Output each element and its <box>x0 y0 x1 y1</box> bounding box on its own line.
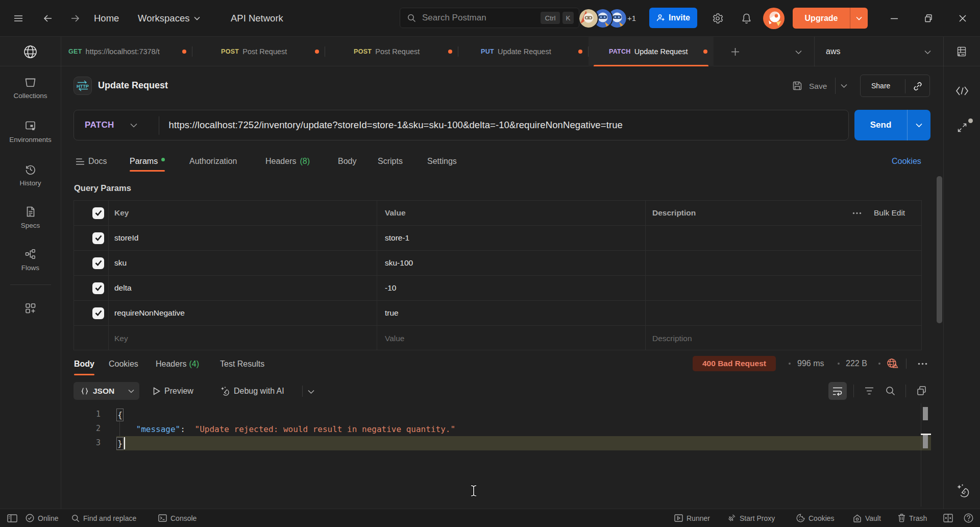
param-row-delta[interactable]: delta -10 <box>74 276 921 301</box>
avatar[interactable] <box>578 8 599 29</box>
cookies-link[interactable]: Cookies <box>892 151 921 172</box>
network-warning-icon[interactable] <box>886 357 899 370</box>
tab-patch-request-active[interactable]: PATCH Update Request <box>589 37 714 66</box>
response-more-icon[interactable] <box>917 361 928 367</box>
sidebar-configure-icon[interactable] <box>0 302 61 314</box>
save-button[interactable]: Save <box>809 82 827 91</box>
bulk-edit-button[interactable]: Bulk Edit <box>874 201 905 225</box>
debug-with-ai-button[interactable]: Debug with AI <box>219 382 284 400</box>
filter-icon[interactable] <box>860 382 878 400</box>
tab-body[interactable]: Body <box>338 151 356 172</box>
postman-logo[interactable] <box>763 7 785 30</box>
response-size[interactable]: 222 B <box>846 356 867 371</box>
params-scrollbar[interactable] <box>937 176 942 323</box>
column-header-description: Description <box>652 201 696 225</box>
debug-chevron-icon[interactable] <box>307 389 315 394</box>
tab-docs[interactable]: Docs <box>76 151 107 172</box>
postbot-icon[interactable] <box>954 483 970 498</box>
forward-icon[interactable] <box>70 13 80 23</box>
help-icon[interactable] <box>964 509 973 527</box>
response-tab-cookies[interactable]: Cookies <box>109 354 138 374</box>
param-row-empty[interactable]: Key Value Description <box>74 326 921 351</box>
row-checkbox[interactable] <box>92 307 104 319</box>
two-pane-icon[interactable] <box>943 509 953 527</box>
response-body-editor[interactable]: 1 2 3 { "message": "Update rejected: wou… <box>61 403 943 507</box>
tab-headers[interactable]: Headers (8) <box>265 151 310 172</box>
share-button[interactable]: Share <box>860 75 930 97</box>
save-icon[interactable] <box>792 80 803 91</box>
back-icon[interactable] <box>43 13 53 23</box>
find-and-replace[interactable]: Find and replace <box>71 509 136 527</box>
method-chevron-icon[interactable] <box>130 123 137 128</box>
wrap-text-toggle[interactable] <box>828 382 847 400</box>
scratchpad-globe-icon[interactable] <box>0 37 61 66</box>
send-button[interactable]: Send <box>854 110 930 140</box>
response-tab-headers[interactable]: Headers (4) <box>156 354 199 374</box>
response-status-badge[interactable]: 400 Bad Request <box>693 356 776 371</box>
add-tab-icon[interactable] <box>729 47 741 56</box>
param-row-sku[interactable]: sku sku-100 <box>74 251 921 276</box>
tab-get-request[interactable]: GET https://localhost:7378/t <box>61 37 192 66</box>
nav-api-network[interactable]: API Network <box>231 0 283 36</box>
search-response-icon[interactable] <box>881 382 899 400</box>
search-input[interactable]: Search Postman Ctrl K <box>400 8 579 28</box>
code-snippet-icon[interactable] <box>955 85 969 97</box>
select-all-checkbox[interactable] <box>92 207 104 219</box>
proxy-icon <box>727 514 736 522</box>
response-time[interactable]: 996 ms <box>797 356 824 371</box>
window-close-icon[interactable] <box>958 13 968 23</box>
tab-settings[interactable]: Settings <box>427 151 457 172</box>
sidebar-item-collections[interactable]: Collections <box>0 76 61 100</box>
row-checkbox[interactable] <box>92 232 104 244</box>
notifications-bell-icon[interactable] <box>740 12 752 25</box>
tab-post-request-2[interactable]: POST Post Request <box>325 37 458 66</box>
upgrade-button[interactable]: Upgrade <box>793 8 868 29</box>
menu-icon[interactable] <box>14 14 23 23</box>
save-chevron-icon[interactable] <box>840 83 848 88</box>
method-selector[interactable]: PATCH <box>85 120 114 130</box>
sidebar-item-environments[interactable]: Environments <box>0 120 61 143</box>
toggle-sidebar-icon[interactable] <box>7 509 17 527</box>
copy-link-icon[interactable] <box>912 81 923 92</box>
online-status[interactable]: Online <box>26 509 58 527</box>
console-button[interactable]: Console <box>158 509 197 527</box>
trash-button[interactable]: Trash <box>898 509 927 527</box>
tab-post-request-1[interactable]: POST Post Request <box>192 37 325 66</box>
tab-params[interactable]: Params <box>130 151 165 172</box>
response-tab-body[interactable]: Body <box>74 354 94 374</box>
window-maximize-icon[interactable] <box>923 13 934 23</box>
invite-button[interactable]: Invite <box>649 8 697 28</box>
runner-button[interactable]: Runner <box>674 509 710 527</box>
settings-gear-icon[interactable] <box>712 12 724 25</box>
preview-button[interactable]: Preview <box>153 382 193 400</box>
nav-home[interactable]: Home <box>94 0 119 36</box>
resize-pane-icon[interactable] <box>956 122 968 134</box>
row-checkbox[interactable] <box>92 282 104 294</box>
nav-workspaces[interactable]: Workspaces <box>138 0 200 36</box>
start-proxy-button[interactable]: Start Proxy <box>727 509 775 527</box>
response-format-select[interactable]: JSON <box>74 382 139 400</box>
copy-response-icon[interactable] <box>912 382 930 400</box>
sidebar-item-history[interactable]: History <box>0 163 61 187</box>
row-checkbox[interactable] <box>92 257 104 269</box>
response-tab-test-results[interactable]: Test Results <box>220 354 264 374</box>
environment-quick-look-icon[interactable] <box>955 45 968 58</box>
params-more-icon[interactable] <box>852 201 862 225</box>
cookies-button[interactable]: Cookies <box>796 509 835 527</box>
chevron-down-icon <box>194 16 200 20</box>
sidebar-item-specs[interactable]: Specs <box>0 206 61 229</box>
tab-authorization[interactable]: Authorization <box>189 151 237 172</box>
param-row-storeid[interactable]: storeId store-1 <box>74 226 921 251</box>
tab-list-chevron-icon[interactable] <box>794 50 802 55</box>
url-input[interactable]: https://localhost:7252/inventory/update?… <box>169 119 623 131</box>
window-minimize-icon[interactable] <box>889 13 899 23</box>
environment-selector[interactable]: aws <box>826 37 840 66</box>
column-header-key: Key <box>114 201 129 225</box>
tab-put-request[interactable]: PUT Update Request <box>458 37 589 66</box>
sidebar-item-flows[interactable]: Flows <box>0 248 61 272</box>
tab-scripts[interactable]: Scripts <box>378 151 403 172</box>
environment-chevron-icon[interactable] <box>923 50 932 55</box>
param-row-requirenonnegative[interactable]: requireNonNegative true <box>74 301 921 326</box>
vault-button[interactable]: Vault <box>853 509 881 527</box>
avatar-overflow-count[interactable]: +1 <box>627 0 636 36</box>
